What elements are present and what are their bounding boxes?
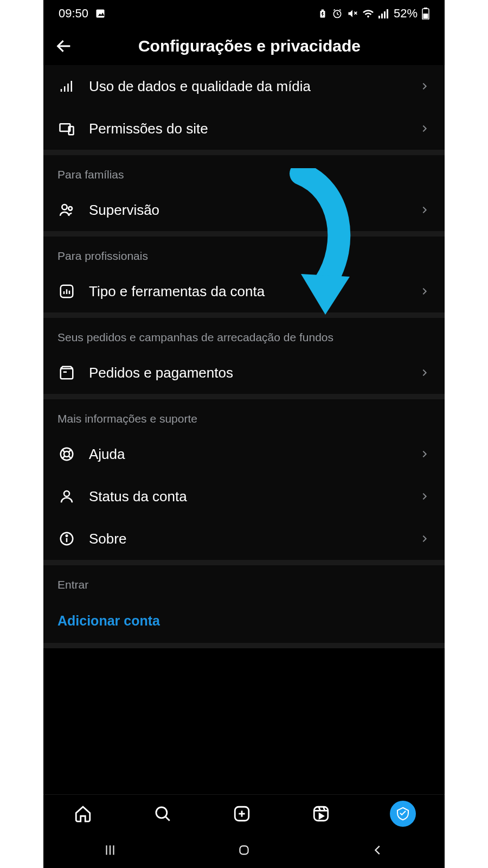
gallery-icon	[95, 8, 106, 19]
section-orders: Seus pedidos e campanhas de arrecadação …	[43, 318, 445, 394]
chevron-right-icon	[419, 533, 431, 545]
section-header: Mais informações e suporte	[43, 399, 445, 433]
row-about[interactable]: Sobre	[43, 518, 445, 560]
status-time: 09:50	[59, 7, 88, 21]
section-top: Uso de dados e qualidade da mídia Permis…	[43, 65, 445, 150]
phone-screen: 09:50 52% Configurações e privacidade	[43, 0, 445, 868]
mute-icon	[347, 8, 358, 19]
row-label: Pedidos e pagamentos	[89, 365, 406, 381]
chevron-right-icon	[419, 367, 431, 379]
chevron-right-icon	[419, 448, 431, 460]
svg-line-35	[69, 456, 72, 459]
nav-recents[interactable]	[94, 839, 126, 861]
section-families: Para famílias Supervisão	[43, 155, 445, 231]
chevron-right-icon	[419, 80, 431, 92]
svg-point-23	[68, 207, 72, 210]
row-account-tools[interactable]: Tipo e ferramentas da conta	[43, 270, 445, 312]
section-header: Seus pedidos e campanhas de arrecadação …	[43, 318, 445, 352]
svg-rect-11	[387, 9, 388, 18]
row-orders-payments[interactable]: Pedidos e pagamentos	[43, 352, 445, 394]
svg-point-22	[62, 205, 67, 209]
tab-reels[interactable]	[310, 803, 332, 825]
signal-bars-icon	[57, 77, 76, 95]
chevron-right-icon	[419, 285, 431, 297]
row-help[interactable]: Ajuda	[43, 433, 445, 475]
alarm-icon	[332, 8, 343, 19]
nav-back[interactable]	[362, 839, 394, 861]
tab-profile[interactable]	[390, 801, 416, 827]
chevron-right-icon	[419, 204, 431, 216]
svg-rect-8	[378, 16, 380, 18]
svg-rect-14	[423, 14, 428, 19]
row-label: Uso de dados e qualidade da mídia	[89, 78, 406, 95]
charge-icon	[318, 9, 328, 18]
add-account-link[interactable]: Adicionar conta	[43, 599, 445, 643]
row-label: Supervisão	[89, 202, 406, 219]
chart-box-icon	[57, 282, 76, 301]
signal-icon	[378, 9, 389, 18]
box-icon	[57, 363, 76, 382]
devices-icon	[57, 119, 76, 138]
info-icon	[57, 529, 76, 548]
nav-home[interactable]	[228, 839, 260, 861]
svg-line-32	[62, 449, 65, 452]
svg-point-40	[156, 807, 167, 818]
tab-home[interactable]	[72, 803, 94, 825]
page-header: Configurações e privacidade	[43, 27, 445, 65]
section-header: Para famílias	[43, 155, 445, 189]
tab-create[interactable]	[231, 803, 253, 825]
section-login: Entrar Adicionar conta	[43, 565, 445, 643]
app-tabbar	[43, 794, 445, 832]
battery-text: 52%	[394, 7, 418, 21]
section-header: Para profissionais	[43, 237, 445, 270]
svg-point-39	[66, 535, 68, 537]
svg-rect-28	[61, 369, 73, 379]
wifi-icon	[362, 9, 374, 18]
svg-marker-49	[320, 814, 324, 819]
svg-rect-45	[314, 807, 329, 821]
section-support: Mais informações e suporte Ajuda Status …	[43, 399, 445, 560]
page-title: Configurações e privacidade	[64, 37, 435, 55]
battery-icon	[422, 8, 429, 20]
svg-rect-2	[322, 10, 324, 11]
svg-line-34	[62, 456, 65, 459]
row-label: Tipo e ferramentas da conta	[89, 283, 406, 300]
row-supervision[interactable]: Supervisão	[43, 189, 445, 231]
row-label: Sobre	[89, 531, 406, 547]
row-label: Ajuda	[89, 446, 406, 463]
svg-line-33	[69, 449, 72, 452]
svg-rect-53	[240, 846, 248, 854]
row-data-usage[interactable]: Uso de dados e qualidade da mídia	[43, 65, 445, 107]
row-label: Status da conta	[89, 488, 406, 505]
status-bar: 09:50 52%	[43, 0, 445, 27]
lifebuoy-icon	[57, 445, 76, 463]
row-site-permissions[interactable]: Permissões do site	[43, 107, 445, 150]
chevron-right-icon	[419, 123, 431, 135]
section-header: Entrar	[43, 565, 445, 599]
people-icon	[57, 201, 76, 219]
svg-rect-0	[97, 10, 105, 18]
svg-point-31	[64, 451, 69, 457]
section-professionals: Para profissionais Tipo e ferramentas da…	[43, 237, 445, 312]
chevron-right-icon	[419, 490, 431, 502]
svg-line-41	[165, 816, 169, 820]
row-account-status[interactable]: Status da conta	[43, 475, 445, 518]
svg-rect-9	[381, 14, 383, 18]
person-icon	[57, 487, 76, 506]
tab-search[interactable]	[152, 803, 174, 825]
svg-rect-10	[384, 11, 386, 18]
row-label: Permissões do site	[89, 120, 406, 137]
svg-point-36	[64, 491, 69, 496]
android-navbar	[43, 832, 445, 868]
